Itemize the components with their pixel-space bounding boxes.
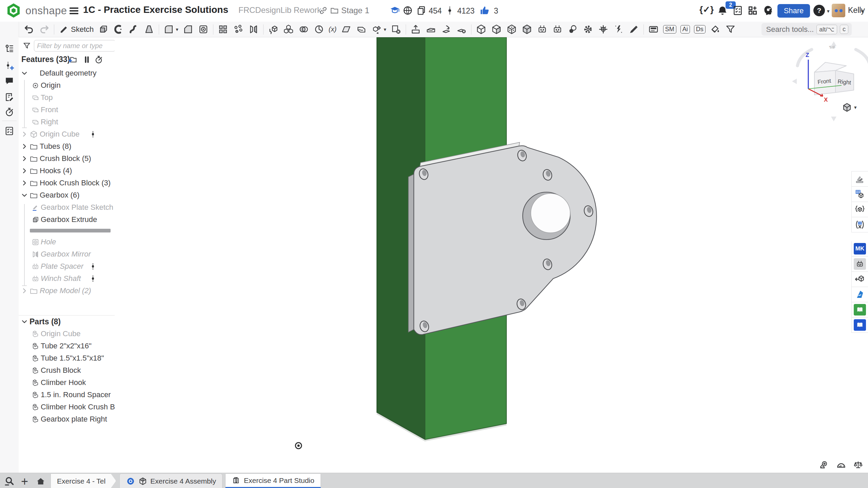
share-button[interactable]: Share — [777, 4, 810, 18]
fillet-button[interactable]: ▾ — [163, 24, 178, 35]
part-row[interactable]: Gearbox plate Right — [19, 413, 115, 425]
rollback-bar[interactable] — [30, 229, 111, 232]
feature-list-icon[interactable] — [4, 43, 15, 54]
configurations-button[interactable] — [851, 217, 868, 232]
filter-input[interactable] — [34, 40, 115, 52]
name-tag-button[interactable] — [648, 24, 659, 35]
helix-button[interactable] — [313, 24, 325, 35]
new-folder-icon[interactable] — [68, 55, 77, 64]
filter-icon[interactable] — [22, 41, 31, 50]
ai-assistant-icon[interactable] — [762, 4, 774, 17]
design-studio-button[interactable]: Ds — [694, 25, 706, 34]
bom-tables-button[interactable] — [851, 187, 868, 202]
view-options-button[interactable]: ▾ — [842, 102, 857, 113]
feature-row[interactable]: Hooks (4) — [19, 165, 115, 177]
composite-part-button[interactable] — [283, 24, 294, 35]
modify-bend-button[interactable] — [441, 24, 452, 35]
view-cube-button[interactable] — [476, 24, 487, 35]
configuration-dots-icon[interactable] — [89, 274, 97, 283]
variable-button[interactable]: (x) — [329, 25, 336, 33]
chevron-right-icon[interactable] — [21, 179, 28, 187]
featurescript-robot-button[interactable] — [851, 257, 868, 272]
search-tabs-icon[interactable] — [4, 475, 15, 486]
feature-row[interactable]: Hole — [19, 236, 115, 248]
chevron-right-icon[interactable] — [21, 287, 28, 294]
feature-row[interactable]: Right — [19, 116, 115, 128]
feature-row[interactable]: Top — [19, 92, 115, 104]
feature-row[interactable]: Rope Model (2) — [19, 285, 115, 297]
chevron-right-icon[interactable] — [21, 167, 28, 175]
feature-row[interactable]: Winch Shaft — [19, 272, 115, 285]
quick-tools-button[interactable] — [613, 24, 624, 35]
extrude-button[interactable] — [98, 24, 109, 35]
docs-library-button[interactable] — [851, 302, 868, 318]
revolve-button[interactable] — [113, 24, 124, 35]
featurescript-check-icon[interactable]: {✓} — [699, 4, 714, 15]
sweep-button[interactable] — [128, 24, 139, 35]
chevron-down-icon[interactable] — [21, 69, 28, 77]
app-store-icon[interactable] — [747, 5, 758, 16]
chevron-right-icon[interactable] — [21, 155, 28, 162]
release-notes-icon[interactable] — [4, 92, 15, 102]
add-tab-button[interactable]: + — [21, 475, 28, 488]
feature-row[interactable]: Plate Spacer — [19, 260, 115, 272]
configuration-dots-icon[interactable] — [89, 262, 97, 271]
learning-center-icon[interactable] — [389, 5, 400, 16]
regen-time-icon[interactable] — [94, 55, 103, 64]
loft-button[interactable] — [143, 24, 155, 35]
hole-tool-button[interactable] — [198, 24, 209, 35]
undo-button[interactable] — [23, 24, 35, 35]
mirror-tool-button[interactable] — [248, 24, 259, 35]
part-row[interactable]: Tube 1.5"x1.5"x18" — [19, 352, 115, 364]
help-button[interactable]: ? — [813, 5, 825, 16]
part-export-button[interactable] — [851, 272, 868, 287]
part-row[interactable]: Crush Block — [19, 364, 115, 377]
parts-header-row[interactable]: Parts (8) — [19, 316, 115, 328]
filter-tools-button[interactable] — [725, 24, 736, 35]
protractor-icon[interactable] — [836, 460, 846, 470]
section-view-button[interactable] — [491, 24, 502, 35]
part-row[interactable]: Climber Hook — [19, 377, 115, 389]
feature-row[interactable]: Default geometry — [19, 67, 115, 79]
model-canvas[interactable] — [115, 37, 868, 473]
versions-count-icon[interactable] — [444, 5, 455, 16]
mate-connector-button[interactable] — [598, 24, 609, 35]
appearance-button[interactable] — [710, 24, 721, 35]
breadcrumb-stage[interactable]: Stage 1 — [341, 6, 369, 15]
chevron-right-icon[interactable] — [21, 143, 28, 150]
circular-pattern-button[interactable] — [233, 24, 244, 35]
sketch-button[interactable]: Sketch — [58, 24, 94, 35]
altium-sync-button[interactable] — [851, 287, 868, 302]
plane-tool-button[interactable] — [341, 24, 352, 35]
help-caret-icon[interactable]: ▾ — [827, 8, 830, 14]
feature-row[interactable]: Origin Cube — [19, 128, 115, 140]
tab-exercise-4-assembly[interactable]: Exercise 4 Assembly — [119, 473, 223, 488]
feature-row[interactable]: Gearbox Mirror — [19, 248, 115, 260]
copies-icon[interactable] — [416, 5, 427, 16]
linear-pattern-button[interactable] — [217, 24, 229, 35]
featurescript-1-button[interactable] — [537, 24, 548, 35]
feature-row[interactable]: Gearbox Plate Sketch — [19, 201, 115, 214]
mkcad-button[interactable]: MK — [851, 241, 868, 257]
comments-icon[interactable] — [4, 76, 15, 86]
search-tools[interactable]: Search tools... alt/⌥ c — [761, 23, 852, 36]
parts-library-button[interactable] — [851, 318, 868, 333]
chamfer-button[interactable] — [182, 24, 194, 35]
sheet-metal-panel-button[interactable]: SM — [663, 25, 676, 34]
feature-row[interactable]: Origin — [19, 79, 115, 92]
delete-bend-button[interactable] — [456, 24, 467, 35]
versions-history-icon[interactable] — [4, 60, 15, 71]
feature-row[interactable]: Tubes (8) — [19, 140, 115, 152]
part-row[interactable]: Origin Cube — [19, 328, 115, 340]
named-views-button[interactable] — [506, 24, 517, 35]
graphics-viewport[interactable]: Top Front Right Z X ▾ MK — [115, 37, 868, 473]
public-globe-icon[interactable] — [402, 5, 413, 16]
settings-button[interactable] — [582, 24, 594, 35]
appearance-panel-button[interactable] — [851, 171, 868, 187]
export-button[interactable] — [410, 24, 421, 35]
suppress-pause-icon[interactable] — [82, 55, 92, 64]
part-row[interactable]: Tube 2"x2"x16" — [19, 340, 115, 352]
redo-button[interactable] — [39, 24, 50, 35]
chevron-right-icon[interactable] — [21, 130, 28, 138]
feature-pattern-button[interactable]: ▾ — [371, 24, 386, 35]
